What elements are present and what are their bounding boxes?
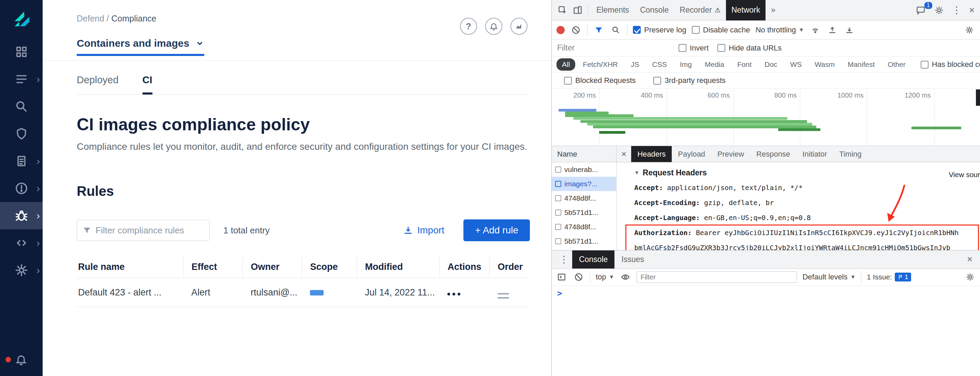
notifications-button[interactable]	[485, 18, 502, 35]
filter-chip-ws[interactable]: WS	[784, 58, 807, 71]
breadcrumb-section[interactable]: Defend	[77, 14, 104, 23]
network-conditions-icon[interactable]	[810, 24, 821, 36]
filter-chip-other[interactable]: Other	[882, 58, 911, 71]
throttling-select[interactable]: No throttling ▼	[756, 25, 804, 35]
sidebar-item-code[interactable]: ›	[0, 229, 43, 257]
breadcrumb[interactable]: Defend / Compliance	[77, 14, 156, 24]
add-rule-button[interactable]: + Add rule	[463, 219, 530, 241]
request-row[interactable]: 4748d8f...	[552, 191, 616, 206]
rules-filter-input[interactable]	[95, 225, 204, 236]
hide-data-urls-checkbox[interactable]: Hide data URLs	[718, 44, 781, 53]
tab-overflow[interactable]: »	[765, 0, 781, 21]
devtools-menu-kebab-icon[interactable]: ⋮	[950, 5, 964, 16]
filter-chip-css[interactable]: CSS	[647, 58, 673, 71]
tab-elements[interactable]: Elements	[591, 0, 635, 21]
filter-chip-img[interactable]: Img	[675, 58, 697, 71]
sidebar-item-policies[interactable]: ›	[0, 147, 43, 175]
detail-tab-payload[interactable]: Payload	[672, 146, 711, 162]
network-filter-input[interactable]	[557, 43, 670, 53]
sidebar-item-dashboard[interactable]	[0, 38, 43, 65]
filter-chip-wasm[interactable]: Wasm	[809, 58, 840, 71]
log-levels-select[interactable]: Default levels ▼	[802, 272, 856, 282]
cell-rule-name[interactable]: Default 423 - alert ...	[77, 278, 183, 307]
sidebar-item-discover[interactable]	[0, 93, 43, 120]
filter-chip-js[interactable]: JS	[625, 58, 645, 71]
devtools-settings-gear-icon[interactable]	[932, 3, 947, 18]
close-detail-icon[interactable]: ×	[617, 149, 631, 159]
name-column-header[interactable]: Name	[552, 146, 617, 162]
tab-recorder[interactable]: Recorder ⚠	[674, 0, 726, 21]
console-sidebar-icon[interactable]	[556, 271, 567, 283]
view-source-link[interactable]: View sour	[949, 167, 980, 182]
detail-tab-initiator[interactable]: Initiator	[796, 146, 833, 162]
preserve-log-checkbox[interactable]: Preserve log	[633, 25, 686, 35]
console-messages-icon[interactable]: 1	[913, 3, 928, 18]
record-button[interactable]	[557, 26, 565, 34]
column-scope[interactable]: Scope	[302, 256, 357, 278]
drawer-tab-console[interactable]: Console	[572, 250, 614, 269]
drag-handle-icon[interactable]	[498, 293, 509, 298]
tab-ci[interactable]: CI	[143, 74, 153, 94]
sidebar-item-defend[interactable]: ›	[0, 202, 43, 229]
search-icon[interactable]	[610, 24, 622, 36]
eye-icon[interactable]	[620, 271, 631, 283]
overview-scrollbar[interactable]	[976, 89, 980, 106]
sidebar-item-assurance[interactable]	[0, 120, 43, 147]
disable-cache-checkbox[interactable]: Disable cache	[692, 25, 750, 35]
import-button[interactable]: Import	[403, 225, 444, 236]
export-har-icon[interactable]	[843, 24, 855, 36]
request-row[interactable]: 4748d8f...	[552, 220, 616, 234]
request-row[interactable]: 5b571d1...	[552, 234, 616, 249]
device-toolbar-icon[interactable]	[570, 3, 585, 18]
drawer-menu-kebab-icon[interactable]: ⋮	[556, 254, 572, 265]
import-har-icon[interactable]	[827, 24, 838, 36]
column-rule-name[interactable]: Rule name	[77, 256, 183, 278]
column-modified[interactable]: Modified	[357, 256, 439, 278]
drawer-close-icon[interactable]: ×	[964, 254, 976, 265]
scope-selector[interactable]: Containers and images	[77, 38, 204, 56]
console-prompt[interactable]: >	[552, 286, 980, 376]
help-button[interactable]: ?	[460, 18, 477, 35]
filter-toggle-icon[interactable]	[593, 24, 605, 36]
filter-chip-doc[interactable]: Doc	[759, 58, 783, 71]
notifications-bell-icon[interactable]	[15, 354, 27, 366]
inspect-icon[interactable]	[555, 3, 570, 18]
request-row-selected[interactable]: images?...	[552, 177, 616, 191]
row-actions-kebab-icon[interactable]	[447, 293, 460, 295]
context-select[interactable]: top ▼	[596, 272, 614, 282]
sidebar-item-workloads[interactable]: ›	[0, 65, 43, 93]
issues-counter[interactable]: 1 Issue: 1	[867, 272, 911, 282]
filter-chip-font[interactable]: Font	[732, 58, 757, 71]
network-overview[interactable]: 200 ms400 ms600 ms800 ms1000 ms1200 ms	[552, 89, 980, 146]
clear-console-icon[interactable]	[573, 271, 584, 283]
filter-chip-media[interactable]: Media	[699, 58, 730, 71]
console-settings-gear-icon[interactable]	[964, 271, 976, 283]
sidebar-item-settings[interactable]: ›	[0, 257, 43, 284]
request-row[interactable]: 5b571d1...	[552, 206, 616, 220]
usage-button[interactable]	[511, 18, 528, 35]
filter-chip-all[interactable]: All	[557, 58, 575, 71]
aqua-logo[interactable]	[11, 8, 32, 29]
console-filter-input[interactable]	[636, 271, 797, 283]
column-effect[interactable]: Effect	[183, 256, 242, 278]
filter-chip-fetch-xhr[interactable]: Fetch/XHR	[577, 58, 623, 71]
table-row[interactable]: Default 423 - alert ... Alert rtulsani@.…	[77, 278, 530, 307]
third-party-requests-checkbox[interactable]: 3rd-party requests	[653, 76, 725, 85]
network-settings-gear-icon[interactable]	[964, 24, 975, 36]
has-blocked-cookies-checkbox[interactable]: Has blocked cookies	[921, 60, 980, 69]
tab-console[interactable]: Console	[635, 0, 674, 21]
devtools-close-icon[interactable]: ×	[967, 5, 977, 16]
sidebar-item-incidents[interactable]: ›	[0, 175, 43, 202]
detail-tab-timing[interactable]: Timing	[833, 146, 867, 162]
detail-tab-preview[interactable]: Preview	[711, 146, 750, 162]
detail-tab-response[interactable]: Response	[750, 146, 796, 162]
column-owner[interactable]: Owner	[242, 256, 302, 278]
tab-deployed[interactable]: Deployed	[77, 74, 119, 94]
request-row[interactable]: vulnerab...	[552, 163, 616, 177]
drawer-tab-issues[interactable]: Issues	[614, 250, 651, 269]
filter-chip-manifest[interactable]: Manifest	[842, 58, 880, 71]
invert-checkbox[interactable]: Invert	[679, 44, 709, 53]
clear-log-icon[interactable]	[570, 24, 582, 36]
tab-network[interactable]: Network	[726, 0, 765, 21]
detail-tab-headers[interactable]: Headers	[631, 146, 672, 162]
